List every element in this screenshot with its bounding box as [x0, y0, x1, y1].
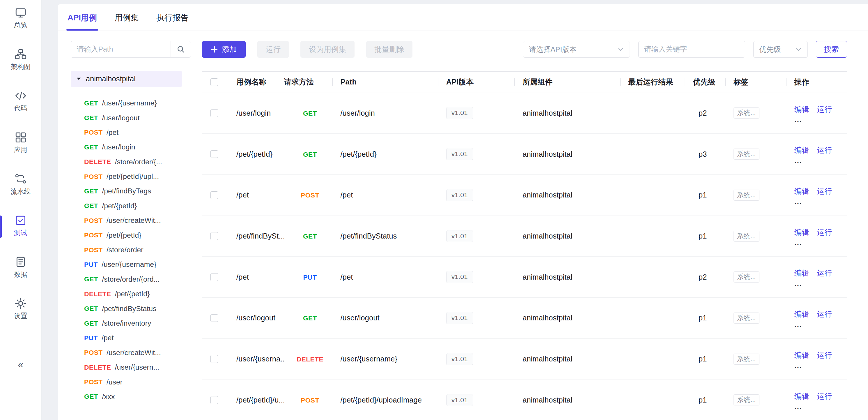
tab-case-sets[interactable]: 用例集	[114, 4, 140, 31]
tree-root-node[interactable]: animalhostpital	[71, 71, 181, 87]
run-link[interactable]: 运行	[817, 186, 832, 196]
sidebar-item-settings[interactable]: 设置	[0, 297, 41, 322]
tree-item[interactable]: PUT /pet	[71, 331, 191, 345]
sidebar-item-test[interactable]: 测试	[0, 214, 41, 239]
column-header: 优先级	[693, 77, 734, 87]
tab-exec-reports[interactable]: 执行报告	[155, 4, 190, 31]
edit-link[interactable]: 编辑	[794, 391, 809, 401]
run-link[interactable]: 运行	[817, 104, 832, 115]
row-checkbox[interactable]	[211, 314, 218, 322]
tree-item-path: /store/order/{ord...	[102, 275, 159, 283]
edit-link[interactable]: 编辑	[794, 268, 809, 278]
tree-item[interactable]: POST /pet	[71, 125, 191, 140]
sidebar-item-label: 总览	[14, 22, 27, 29]
tree-item[interactable]: POST /user/createWit...	[71, 213, 191, 228]
case-name-cell: /pet/findBySt...	[236, 232, 284, 240]
tree-item[interactable]: GET /user/login	[71, 140, 191, 154]
select-all-checkbox[interactable]	[211, 78, 218, 86]
more-actions-button[interactable]: ...	[794, 363, 843, 368]
tree-item[interactable]: GET /store/order/{ord...	[71, 272, 191, 287]
tree-item[interactable]: POST /pet/{petId}	[71, 228, 191, 242]
edit-link[interactable]: 编辑	[794, 145, 809, 155]
tree-item[interactable]: DELETE /user/{usern...	[71, 360, 191, 374]
path-cell: /pet/findByStatus	[340, 232, 446, 240]
more-actions-button[interactable]: ...	[794, 240, 843, 245]
tree-item[interactable]: POST /user/createWit...	[71, 346, 191, 360]
edit-link[interactable]: 编辑	[794, 227, 809, 237]
sidebar-item-overview[interactable]: 总览	[0, 7, 41, 31]
row-checkbox-cell	[202, 314, 236, 322]
more-actions-button[interactable]: ...	[794, 158, 843, 163]
tree-item[interactable]: DELETE /pet/{petId}	[71, 287, 191, 301]
tree-item[interactable]: GET /xxx	[71, 389, 191, 404]
path-search-input[interactable]	[71, 41, 170, 58]
row-checkbox[interactable]	[211, 191, 218, 199]
sidebar-item-pipeline[interactable]: 流水线	[0, 173, 41, 197]
tree-item[interactable]: GET /store/inventory	[71, 316, 191, 331]
more-actions-button[interactable]: ...	[794, 281, 843, 286]
tree-item[interactable]: POST /user	[71, 374, 191, 389]
version-cell: v1.01	[446, 394, 523, 406]
tree-item[interactable]: GET /pet/findByTags	[71, 184, 191, 198]
run-link[interactable]: 运行	[817, 227, 832, 237]
run-button[interactable]: 运行	[257, 41, 289, 58]
sidebar-item-label: 流水线	[11, 188, 31, 195]
tree-item[interactable]: POST /pet/{petId}/upl...	[71, 169, 191, 184]
run-link[interactable]: 运行	[817, 391, 832, 401]
set-caseset-button[interactable]: 设为用例集	[300, 41, 354, 58]
top-tabbar: API用例 用例集 执行报告	[58, 4, 868, 31]
run-link[interactable]: 运行	[817, 309, 832, 319]
http-method-label: GET	[84, 202, 98, 210]
row-checkbox[interactable]	[211, 232, 218, 240]
sidebar-item-architecture[interactable]: 架构图	[0, 48, 41, 72]
more-actions-button[interactable]: ...	[794, 404, 843, 409]
system-tag: 系统...	[734, 312, 760, 324]
tree-item[interactable]: GET /pet/{petId}	[71, 199, 191, 213]
http-method-label: GET	[84, 275, 98, 283]
keyword-input[interactable]	[638, 41, 745, 58]
edit-link[interactable]: 编辑	[794, 350, 809, 360]
sidebar-item-code[interactable]: 代码	[0, 90, 41, 114]
run-link[interactable]: 运行	[817, 350, 832, 360]
run-link[interactable]: 运行	[817, 268, 832, 278]
add-button[interactable]: 添加	[202, 41, 246, 58]
column-header: 标签	[734, 77, 794, 87]
sidebar-item-label: 测试	[14, 229, 27, 237]
edit-link[interactable]: 编辑	[794, 309, 809, 319]
row-checkbox[interactable]	[211, 396, 218, 404]
row-checkbox[interactable]	[211, 355, 218, 363]
tree-item-path: /user/createWit...	[106, 216, 161, 224]
path-cell: /user/logout	[340, 314, 446, 322]
tree-item-path: /store/order/{...	[115, 158, 162, 166]
tree-item[interactable]: DELETE /store/order/{...	[71, 155, 191, 169]
tab-api-cases[interactable]: API用例	[66, 4, 98, 31]
sidebar-item-apps[interactable]: 应用	[0, 131, 41, 156]
version-cell: v1.01	[446, 107, 523, 119]
run-link[interactable]: 运行	[817, 145, 832, 155]
more-actions-button[interactable]: ...	[794, 199, 843, 204]
tree-item[interactable]: GET /user/logout	[71, 110, 191, 125]
priority-select[interactable]: 优先级	[753, 41, 807, 58]
tree-item[interactable]: GET /pet/findByStatus	[71, 301, 191, 316]
tree-search-button[interactable]	[170, 41, 191, 58]
row-checkbox[interactable]	[211, 273, 218, 281]
more-actions-button[interactable]: ...	[794, 322, 843, 327]
api-version-tag: v1.01	[446, 189, 473, 201]
case-name-cell: /pet	[236, 191, 284, 199]
tree-search-row	[71, 41, 191, 58]
edit-link[interactable]: 编辑	[794, 186, 809, 196]
tree-item[interactable]: PUT /user/{username}	[71, 257, 191, 272]
tree-item[interactable]: POST /store/order	[71, 243, 191, 257]
edit-link[interactable]: 编辑	[794, 104, 809, 115]
collapse-sidebar-button[interactable]: «	[18, 359, 23, 370]
sidebar-item-data[interactable]: 数据	[0, 256, 41, 280]
row-checkbox[interactable]	[211, 109, 218, 117]
row-checkbox[interactable]	[211, 150, 218, 158]
tree-item[interactable]: GET /user/{username}	[71, 96, 191, 110]
search-button[interactable]: 搜索	[816, 41, 847, 58]
component-cell: animalhostpital	[523, 273, 628, 281]
batch-delete-button[interactable]: 批量删除	[366, 41, 413, 58]
api-version-placeholder: 请选择API版本	[529, 44, 576, 54]
more-actions-button[interactable]: ...	[794, 117, 843, 122]
api-version-select[interactable]: 请选择API版本	[523, 41, 630, 58]
